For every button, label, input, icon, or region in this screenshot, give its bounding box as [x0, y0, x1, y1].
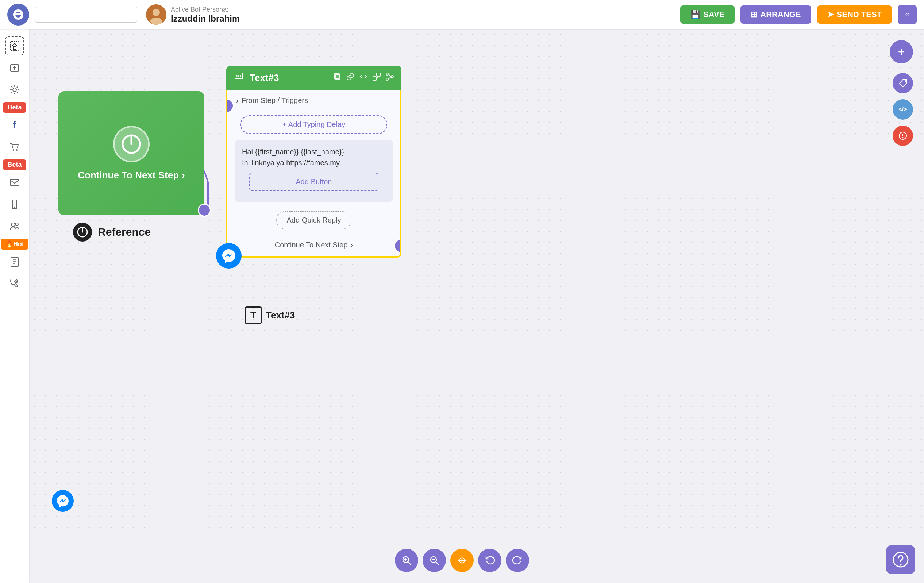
svg-rect-28 [335, 75, 340, 79]
sidebar-item-add[interactable] [5, 58, 24, 77]
persona-info: Active Bot Persona: Izzuddin Ibrahim [171, 6, 240, 24]
arrange-label: ARRANGE [760, 10, 801, 19]
text3-bottom-title: Text#3 [266, 310, 295, 321]
add-quick-reply-button[interactable]: Add Quick Reply [276, 211, 352, 229]
sidebar-badge-beta2[interactable]: Beta [3, 160, 26, 170]
quick-reply-section: Add Quick Reply [227, 205, 400, 235]
reference-block: Reference [73, 222, 151, 242]
svg-point-50 [900, 564, 902, 566]
svg-point-14 [11, 223, 15, 227]
start-block-label: Continue To Next Step › [78, 170, 185, 181]
chevron-right-icon-small: › [236, 96, 239, 105]
svg-rect-29 [373, 73, 376, 76]
svg-point-2 [150, 18, 162, 25]
start-messenger-icon [52, 490, 74, 512]
add-button-button[interactable]: Add Button [249, 173, 378, 191]
collapse-label: « [905, 10, 909, 19]
sidebar-item-settings[interactable] [5, 80, 24, 99]
code-panel-icon-btn[interactable]: </> [893, 99, 913, 120]
from-step-label: From Step / Triggers [242, 96, 308, 105]
start-block: Continue To Next Step › [58, 91, 205, 215]
svg-line-43 [408, 562, 411, 565]
svg-rect-30 [377, 73, 380, 76]
text3-card-header: Text#3 [226, 66, 401, 90]
chevron-right-continue-icon: › [351, 241, 353, 249]
send-test-button[interactable]: ➤ SEND TEST [817, 5, 892, 24]
message-bubble: Hai {{first_name}} {{last_name}} Ini lin… [235, 140, 393, 202]
sidebar: Beta f Beta 🔥Hot [0, 29, 29, 583]
save-icon: 💾 [690, 10, 700, 19]
svg-point-1 [153, 9, 160, 16]
redo-button[interactable] [506, 549, 529, 572]
text3-messenger-icon [216, 243, 242, 268]
svg-rect-31 [373, 77, 376, 80]
alert-panel-icon-btn[interactable] [893, 125, 913, 146]
add-fab-button[interactable]: + [890, 40, 913, 64]
svg-rect-32 [377, 77, 378, 79]
svg-point-9 [13, 149, 14, 151]
sidebar-item-users[interactable] [5, 217, 24, 236]
zoom-in-button[interactable] [395, 549, 418, 572]
canvas: Continue To Next Step › Reference [29, 29, 924, 583]
sidebar-badge-beta1[interactable]: Beta [3, 102, 26, 113]
text3-bottom-label: T Text#3 [244, 306, 295, 324]
text3-title: Text#3 [250, 72, 279, 84]
start-block-power-icon [113, 126, 150, 162]
send-test-label: SEND TEST [837, 10, 882, 19]
reference-power-icon [73, 222, 92, 242]
flow-icon[interactable] [385, 72, 394, 83]
collapse-button[interactable]: « [898, 5, 917, 24]
persona-section: Active Bot Persona: Izzuddin Ibrahim [146, 4, 240, 25]
send-icon: ➤ [827, 10, 834, 19]
text3-card: Text#3 [226, 66, 401, 258]
copy-icon[interactable] [333, 72, 342, 83]
save-label: SAVE [703, 10, 724, 19]
svg-point-34 [391, 76, 393, 78]
sidebar-item-mail[interactable] [5, 173, 24, 192]
save-button[interactable]: 💾 SAVE [680, 5, 734, 24]
flow-name-input[interactable]: New Comment Auto R [35, 7, 137, 23]
help-button[interactable] [886, 545, 915, 574]
message-line1: Hai {{first_name}} {{last_name}} [242, 146, 386, 157]
text3-card-body: › From Step / Triggers + Add Typing Dela… [226, 90, 401, 258]
svg-point-8 [13, 88, 16, 92]
svg-line-37 [388, 77, 391, 79]
undo-button[interactable] [478, 549, 502, 572]
svg-point-24 [236, 75, 238, 77]
sidebar-item-tools[interactable] [5, 274, 24, 293]
sidebar-item-facebook[interactable]: f [5, 116, 24, 135]
svg-point-33 [386, 73, 388, 75]
sidebar-item-cart[interactable] [5, 138, 24, 156]
code-icon[interactable] [359, 72, 368, 83]
svg-rect-11 [10, 180, 19, 185]
svg-point-10 [16, 149, 18, 151]
sidebar-item-book[interactable] [5, 252, 24, 272]
start-block-connector-dot[interactable] [198, 204, 211, 217]
svg-line-36 [388, 74, 391, 77]
add-typing-delay-button[interactable]: + Add Typing Delay [241, 115, 388, 134]
continue-step-label: Continue To Next Step [275, 241, 348, 249]
app-logo[interactable] [7, 4, 29, 26]
svg-point-41 [903, 137, 904, 138]
avatar [146, 4, 167, 25]
link-icon[interactable] [346, 72, 355, 83]
sidebar-item-mobile[interactable] [5, 195, 24, 214]
svg-point-15 [15, 223, 18, 226]
text3-right-connector-dot[interactable] [394, 239, 401, 253]
qr-icon[interactable] [372, 72, 381, 83]
arrange-icon: ⊞ [751, 10, 757, 19]
zoom-out-button[interactable] [422, 549, 446, 572]
fit-button[interactable] [450, 549, 474, 572]
reference-label: Reference [98, 226, 151, 238]
message-line2: Ini linknya ya https://fames.my [242, 157, 386, 168]
svg-rect-16 [11, 258, 18, 266]
tag-icon-btn[interactable] [893, 73, 913, 94]
persona-label: Active Bot Persona: [171, 6, 240, 13]
svg-point-35 [386, 78, 388, 80]
svg-point-38 [905, 80, 906, 82]
arrange-button[interactable]: ⊞ ARRANGE [741, 5, 811, 24]
persona-name: Izzuddin Ibrahim [171, 13, 240, 24]
chevron-right-icon: › [182, 170, 185, 181]
sidebar-item-home[interactable] [5, 36, 24, 56]
sidebar-badge-hot[interactable]: 🔥Hot [1, 239, 28, 250]
